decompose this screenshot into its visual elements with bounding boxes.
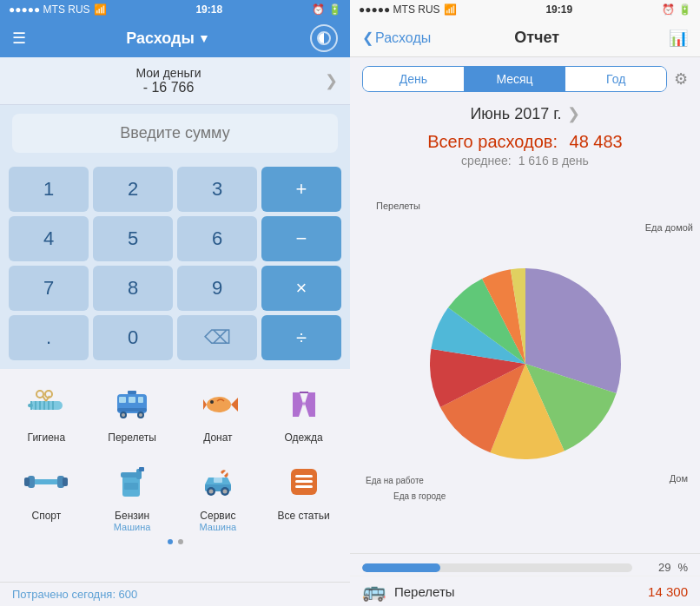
svg-rect-35 — [139, 467, 144, 471]
category-gasoline[interactable]: Бензин Машина — [89, 454, 175, 536]
avg-value: 1 616 в день — [518, 154, 589, 168]
segment-month[interactable]: Месяц — [465, 67, 566, 91]
month-row: Июнь 2017 г. ❯ — [350, 97, 700, 130]
left-nav-bar: ☰ Расходы ▼ — [0, 19, 350, 57]
right-carrier: ●●●●● MTS RUS — [359, 3, 440, 16]
flights-label: Перелеты — [108, 431, 156, 444]
left-title-arrow[interactable]: ▼ — [198, 31, 210, 45]
settings-icon[interactable]: ⚙ — [674, 69, 688, 89]
calc-5[interactable]: 5 — [93, 216, 173, 261]
hygiene-label: Гигиена — [28, 431, 66, 444]
calc-8[interactable]: 8 — [93, 266, 173, 311]
svg-rect-44 — [295, 475, 313, 478]
svg-rect-31 — [63, 478, 68, 486]
calc-9[interactable]: 9 — [177, 266, 257, 311]
nav-profile-icon[interactable] — [310, 24, 338, 52]
calc-minus[interactable]: − — [261, 216, 341, 261]
total-label: Всего расходов: — [427, 132, 558, 151]
pie-chart — [430, 268, 621, 459]
chart-area: Перелеты Еда домой Дом Еда в городе Еда … — [350, 175, 700, 553]
calc-3[interactable]: 3 — [177, 167, 257, 212]
month-chevron-icon[interactable]: ❯ — [567, 104, 580, 123]
left-status-bar: ●●●●● MTS RUS 📶 19:18 ⏰ 🔋 — [0, 0, 350, 19]
category-clothes[interactable]: Одежда — [261, 376, 347, 447]
money-chevron: ❯ — [325, 71, 338, 90]
category-flights[interactable]: Перелеты — [89, 376, 175, 447]
pants-icon — [280, 379, 328, 428]
segment-wrap: День Месяц Год ⚙ — [350, 57, 700, 97]
svg-rect-45 — [295, 480, 313, 483]
period-segment-control: День Месяц Год — [362, 66, 667, 92]
segment-year[interactable]: Год — [565, 67, 666, 91]
left-battery-icon: 🔋 — [328, 3, 341, 16]
svg-rect-36 — [124, 483, 138, 490]
calc-7[interactable]: 7 — [9, 266, 89, 311]
right-panel: ●●●●● MTS RUS 📶 19:19 ⏰ 🔋 ❮ Расходы Отче… — [350, 0, 700, 606]
calc-2[interactable]: 2 — [93, 167, 173, 212]
svg-rect-0 — [30, 401, 63, 410]
calc-divide[interactable]: ÷ — [261, 315, 341, 360]
chart-bar-icon[interactable]: 📊 — [669, 29, 688, 48]
label-eda-rabote: Еда на работе — [366, 476, 424, 485]
calc-multiply[interactable]: × — [261, 266, 341, 311]
category-row-2: Спорт Бензин Машина — [0, 447, 350, 536]
avg-row: среднее: 1 616 в день — [362, 154, 688, 168]
svg-point-41 — [222, 490, 227, 494]
progress-pct-label: 29 — [639, 561, 670, 574]
calc-dot[interactable]: . — [9, 315, 89, 360]
svg-marker-23 — [231, 398, 238, 412]
right-status-left: ●●●●● MTS RUS 📶 — [359, 3, 457, 16]
back-label: Расходы — [375, 30, 431, 46]
left-wifi-icon: 📶 — [94, 3, 107, 16]
dot-1 — [168, 539, 173, 544]
back-button[interactable]: ❮ Расходы — [362, 30, 431, 46]
money-text: Мои деньги - 16 766 — [12, 66, 325, 96]
all-categories-icon — [282, 460, 326, 504]
svg-rect-46 — [295, 485, 313, 488]
progress-bar-wrap — [362, 563, 632, 572]
expense-row-flights[interactable]: 🚌 Перелеты 14 300 — [350, 576, 700, 606]
bus-icon — [108, 379, 156, 428]
svg-rect-42 — [214, 478, 222, 483]
hamburger-icon[interactable]: ☰ — [12, 29, 26, 48]
category-donat[interactable]: Донат — [175, 376, 261, 447]
svg-rect-21 — [128, 391, 136, 394]
calc-4[interactable]: 4 — [9, 216, 89, 261]
page-dots — [0, 536, 350, 548]
donat-label: Донат — [203, 431, 232, 444]
fuel-can-icon — [110, 460, 154, 504]
svg-rect-13 — [119, 397, 126, 403]
category-all[interactable]: Все статьи — [261, 454, 347, 536]
total-expenses-row: Всего расходов: 48 483 — [362, 132, 688, 152]
segment-day[interactable]: День — [363, 67, 465, 91]
calc-1[interactable]: 1 — [9, 167, 89, 212]
dumbbell-sport-icon — [24, 460, 68, 504]
label-dom: Дом — [670, 473, 688, 484]
left-title: Расходы ▼ — [126, 30, 210, 48]
expense-value: 14 300 — [648, 584, 688, 599]
svg-point-20 — [139, 413, 142, 417]
fish-icon — [194, 379, 242, 428]
calculator-grid: 1 2 3 + 4 5 6 − 7 8 9 × . 0 ⌫ ÷ — [0, 161, 350, 369]
calc-backspace[interactable]: ⌫ — [177, 315, 257, 360]
money-value: - 16 766 — [12, 80, 325, 96]
category-sport[interactable]: Спорт — [3, 454, 89, 536]
calc-6[interactable]: 6 — [177, 216, 257, 261]
service-label: Сервис — [200, 510, 235, 522]
svg-rect-15 — [138, 397, 143, 403]
pants-clothing-icon — [282, 382, 326, 425]
calc-0[interactable]: 0 — [93, 315, 173, 360]
bus-vehicle-icon — [110, 382, 154, 425]
svg-marker-24 — [203, 399, 207, 410]
category-service[interactable]: Сервис Машина — [175, 454, 261, 536]
fish-animal-icon — [196, 382, 240, 425]
expense-label: Перелеты — [394, 584, 639, 599]
wrench-car-icon — [194, 458, 242, 506]
amount-input[interactable] — [12, 114, 338, 153]
svg-rect-16 — [117, 408, 147, 412]
category-hygiene[interactable]: Гигиена — [3, 376, 89, 447]
gasoline-sublabel: Машина — [114, 522, 151, 532]
calc-plus[interactable]: + — [261, 167, 341, 212]
left-carrier: ●●●●● MTS RUS — [9, 3, 90, 16]
money-section[interactable]: Мои деньги - 16 766 ❯ — [0, 57, 350, 105]
